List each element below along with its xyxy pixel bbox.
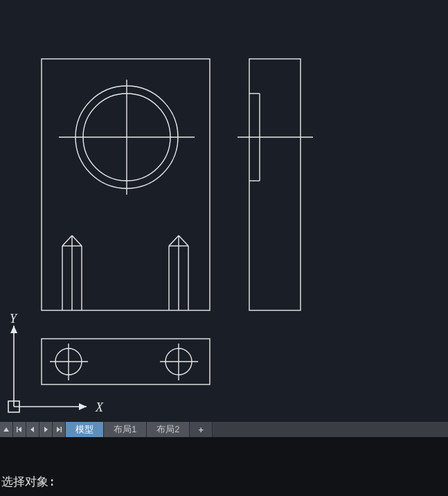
svg-marker-5	[3, 427, 9, 432]
side-outline	[249, 59, 301, 310]
tab-scroll-first-icon[interactable]	[13, 422, 26, 437]
tab-layout1[interactable]: 布局1	[104, 422, 147, 437]
cad-drawing: X Y	[0, 0, 448, 422]
command-window[interactable]: 选择对象: 找到 1 个，总计 5 个 选择对象: 指定基点或 [位移(D)/模…	[0, 437, 448, 496]
tab-scroll-up-icon[interactable]	[0, 422, 13, 437]
svg-rect-11	[61, 427, 62, 432]
tab-scroll-next-icon[interactable]	[39, 422, 53, 437]
left-tower-top1	[62, 236, 72, 246]
layout-tabs: 模型 布局1 布局2 +	[0, 422, 448, 437]
ucs-x-label: X	[95, 400, 104, 414]
front-outline	[42, 59, 210, 310]
tab-scroll-prev-icon[interactable]	[26, 422, 39, 437]
cmd-line-1: 选择对象:	[1, 473, 447, 490]
svg-marker-3	[10, 326, 17, 333]
svg-marker-8	[30, 427, 34, 432]
svg-marker-10	[57, 427, 60, 432]
svg-marker-1	[79, 403, 87, 410]
tab-add-button[interactable]: +	[190, 422, 213, 437]
right-tower-top2	[179, 236, 188, 246]
tab-layout2[interactable]: 布局2	[147, 422, 190, 437]
svg-marker-7	[18, 427, 21, 432]
ucs-icon: X Y	[8, 312, 104, 414]
left-tower-top2	[72, 236, 82, 246]
drawing-canvas[interactable]: X Y	[0, 0, 448, 422]
right-tower-top1	[169, 236, 179, 246]
tab-scroll-last-icon[interactable]	[53, 422, 66, 437]
svg-marker-9	[44, 427, 48, 432]
ucs-y-label: Y	[10, 312, 18, 326]
svg-rect-6	[17, 427, 18, 432]
tab-model[interactable]: 模型	[66, 422, 104, 437]
